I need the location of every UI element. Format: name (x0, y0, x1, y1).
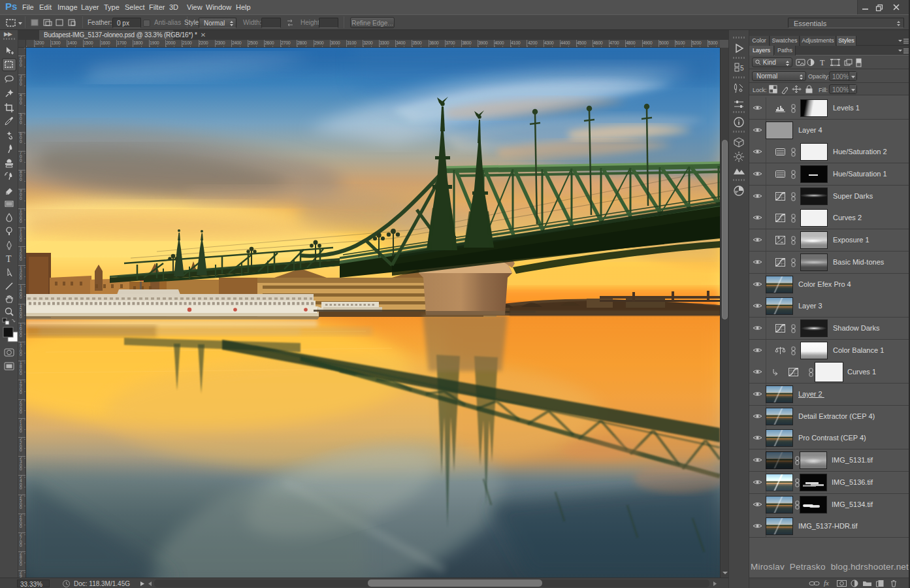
svg-text:T: T (820, 58, 825, 67)
svg-text:5: 5 (740, 65, 744, 72)
svg-text:T: T (6, 254, 12, 264)
